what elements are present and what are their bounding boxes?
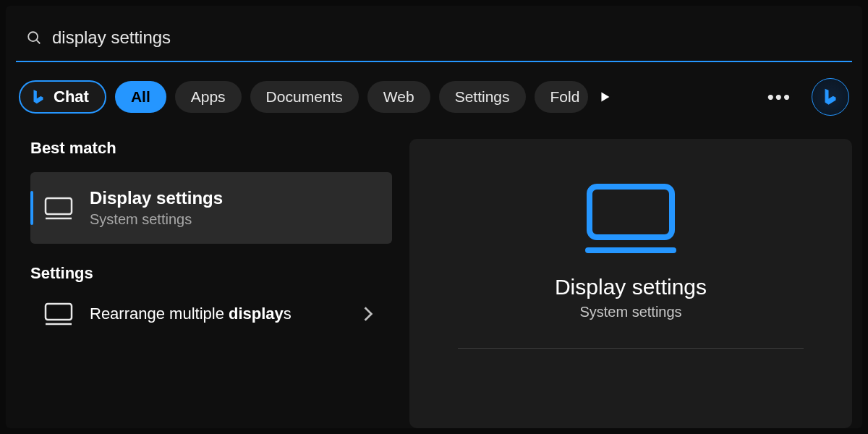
filter-tab-settings[interactable]: Settings <box>439 81 526 113</box>
display-icon <box>43 302 74 326</box>
search-bar <box>16 20 852 62</box>
filter-row: Chat All Apps Documents Web Settings Fol… <box>16 78 852 116</box>
divider <box>458 348 803 349</box>
svg-point-0 <box>28 32 38 41</box>
chat-button[interactable]: Chat <box>19 80 106 114</box>
detail-subtitle: System settings <box>579 304 681 320</box>
detail-panel: Display settings System settings <box>409 139 852 428</box>
result-title: Display settings <box>90 188 223 208</box>
results-column: Best match Display settings System setti… <box>16 139 392 428</box>
filter-tab-apps[interactable]: Apps <box>175 81 242 113</box>
settings-result-label: Rearrange multiple displays <box>90 304 292 325</box>
section-best-match-label: Best match <box>30 139 392 158</box>
section-settings-label: Settings <box>30 264 392 283</box>
chevron-right-icon <box>363 306 373 322</box>
svg-rect-6 <box>590 187 672 237</box>
display-icon <box>43 196 74 221</box>
result-subtitle: System settings <box>90 211 223 228</box>
bing-icon <box>820 86 841 108</box>
best-match-result[interactable]: Display settings System settings <box>30 172 392 244</box>
settings-result-rearrange[interactable]: Rearrange multiple displays <box>30 292 392 336</box>
svg-rect-4 <box>46 304 72 320</box>
filter-tab-all[interactable]: All <box>115 81 166 113</box>
bing-icon <box>29 88 48 106</box>
search-icon <box>26 30 42 46</box>
scroll-right-icon[interactable] <box>597 89 613 105</box>
search-input[interactable] <box>52 27 842 48</box>
display-icon <box>584 182 678 255</box>
more-options-button[interactable]: ••• <box>767 88 791 106</box>
filter-tab-folders[interactable]: Fold <box>535 81 589 113</box>
bing-badge-button[interactable] <box>812 78 849 116</box>
chat-label: Chat <box>54 88 89 106</box>
svg-line-1 <box>37 41 41 44</box>
filter-tab-documents[interactable]: Documents <box>250 81 359 113</box>
svg-rect-2 <box>46 198 72 214</box>
filter-tab-web[interactable]: Web <box>367 81 430 113</box>
detail-title: Display settings <box>555 275 707 299</box>
